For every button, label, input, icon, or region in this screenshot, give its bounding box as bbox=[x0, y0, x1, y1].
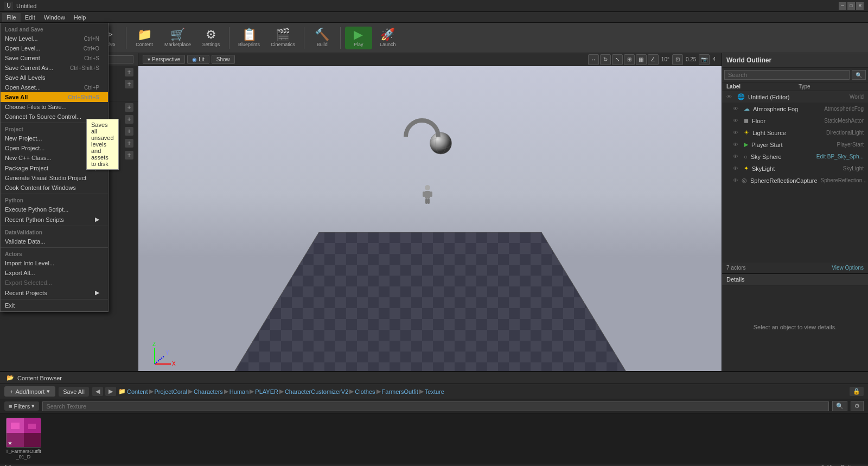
menu-export-all[interactable]: Export All... bbox=[1, 268, 108, 278]
bc-clothes[interactable]: Clothes bbox=[355, 388, 375, 395]
folder-icon: 📂 bbox=[7, 374, 14, 381]
toolbar-play[interactable]: ▶ Play bbox=[345, 27, 372, 49]
toolbar-blueprints[interactable]: 📋 Blueprints bbox=[234, 27, 264, 49]
menu-save-current[interactable]: Save Current Ctrl+S bbox=[1, 53, 108, 63]
viewport-toolbar: ▾ Perspective ◉ Lit Show ↔ ↻ ⤡ ⊞ ▦ ∠ bbox=[138, 53, 722, 66]
menu-exit[interactable]: Exit bbox=[1, 301, 108, 310]
section-actors: Actors bbox=[1, 249, 108, 258]
minimize-button[interactable]: ─ bbox=[839, 2, 846, 10]
outliner-row-floor[interactable]: 👁 ◼ Floor StaticMeshActor bbox=[722, 115, 868, 127]
outliner-row-atmospheric-fog[interactable]: 👁 ☁ Atmospheric Fog AtmosphericFog bbox=[722, 103, 868, 115]
window-controls[interactable]: ─ □ ✕ bbox=[839, 2, 864, 10]
add-light-btn[interactable]: + bbox=[125, 103, 133, 112]
content-browser-add-import[interactable]: + Add/Import ▾ bbox=[4, 386, 55, 397]
outliner-row-light-source[interactable]: 👁 ☀ Light Source DirectionalLight bbox=[722, 127, 868, 139]
show-dropdown[interactable]: Show bbox=[212, 55, 235, 64]
vp-snap-btn[interactable]: ⊞ bbox=[624, 54, 635, 65]
view-options-link[interactable]: View Options bbox=[832, 265, 864, 271]
menu-recent-python[interactable]: Recent Python Scripts ▶ bbox=[1, 214, 108, 225]
outliner-type-sky: Edit BP_Sky_Sph... bbox=[816, 154, 864, 159]
add-geometry-btn[interactable]: + bbox=[125, 127, 133, 136]
outliner-row-sphere-reflection[interactable]: 👁 ◎ SphereReflectionCapture SphereReflec… bbox=[722, 175, 868, 187]
menu-help[interactable]: Help bbox=[69, 13, 91, 22]
add-box-trigger-btn[interactable]: + bbox=[125, 151, 133, 159]
bc-content[interactable]: Content bbox=[127, 388, 148, 395]
menu-bar: File Edit Window Help Load and Save New … bbox=[0, 12, 868, 23]
menu-validate-data[interactable]: Validate Data... bbox=[1, 237, 108, 246]
menu-gen-vs-project[interactable]: Generate Visual Studio Project bbox=[1, 173, 108, 183]
bc-farmersoutfit[interactable]: FarmersOutfit bbox=[382, 388, 418, 395]
toolbar-launch[interactable]: 🚀 Launch bbox=[374, 27, 401, 49]
cb-search-button[interactable]: 🔍 bbox=[832, 401, 847, 411]
menu-open-level[interactable]: Open Level... Ctrl+O bbox=[1, 43, 108, 53]
outliner-type-fog: AtmosphericFog bbox=[824, 106, 864, 112]
svg-marker-4 bbox=[227, 232, 634, 371]
menu-recent-projects[interactable]: Recent Projects ▶ bbox=[1, 288, 108, 298]
menu-choose-files[interactable]: Choose Files to Save... bbox=[1, 102, 108, 112]
outliner-row-untitled[interactable]: 👁 🌐 Untitled (Editor) World bbox=[722, 91, 868, 103]
add-player-start-btn[interactable]: + bbox=[125, 115, 133, 124]
outliner-search-btn[interactable]: 🔍 bbox=[852, 70, 866, 80]
toolbar-settings[interactable]: ⚙ Settings bbox=[197, 27, 225, 49]
blueprints-icon: 📋 bbox=[242, 29, 257, 41]
cb-back-button[interactable]: ◀ bbox=[92, 387, 103, 396]
vp-rotate-btn[interactable]: ↻ bbox=[600, 54, 611, 65]
vp-angle-snap-btn[interactable]: ∠ bbox=[648, 54, 659, 65]
svg-rect-14 bbox=[427, 199, 430, 204]
menu-import-level[interactable]: Import Into Level... bbox=[1, 258, 108, 268]
lit-dropdown[interactable]: ◉ Lit bbox=[187, 55, 209, 64]
menu-file[interactable]: File bbox=[2, 13, 21, 22]
bc-charcustomizer[interactable]: CharacterCustomizerV2 bbox=[285, 388, 348, 395]
app-icon: U bbox=[4, 2, 13, 10]
separator-5 bbox=[1, 299, 108, 299]
bc-human[interactable]: Human bbox=[229, 388, 248, 395]
toolbar-content[interactable]: 📁 Content bbox=[131, 27, 158, 49]
close-button[interactable]: ✕ bbox=[856, 2, 864, 10]
perspective-dropdown[interactable]: ▾ Perspective bbox=[143, 55, 185, 64]
bc-texture[interactable]: Texture bbox=[425, 388, 444, 395]
vp-scale-snap-btn[interactable]: ⊡ bbox=[672, 54, 683, 65]
menu-export-selected[interactable]: Export Selected... bbox=[1, 278, 108, 288]
asset-item-t-farmersoutfit[interactable]: ★ T_FarmersOutfit_01_D bbox=[4, 418, 42, 459]
outliner-eye-light: 👁 bbox=[733, 130, 741, 136]
vp-camera-speed-btn[interactable]: 📷 bbox=[699, 54, 710, 65]
bc-projectcoral[interactable]: ProjectCoral bbox=[155, 388, 188, 395]
section-datavalidation: DataValidation bbox=[1, 227, 108, 237]
vp-scale-btn[interactable]: ⤡ bbox=[612, 54, 623, 65]
menu-execute-python[interactable]: Execute Python Script... bbox=[1, 205, 108, 214]
vp-grid-snap-btn[interactable]: ▦ bbox=[636, 54, 647, 65]
details-content: Select an object to view details. bbox=[722, 285, 868, 368]
content-browser-search-input[interactable] bbox=[42, 401, 829, 411]
toolbar-marketplace[interactable]: 🛒 Marketplace bbox=[160, 27, 195, 49]
maximize-button[interactable]: □ bbox=[847, 2, 855, 10]
toolbar-build[interactable]: 🔨 Build bbox=[309, 27, 336, 49]
menu-save-all[interactable]: Save All Ctrl+Shift+S bbox=[1, 92, 108, 102]
menu-window[interactable]: Window bbox=[40, 13, 69, 22]
outliner-row-skylight[interactable]: 👁 ✦ SkyLight SkyLight bbox=[722, 163, 868, 175]
outliner-list: 👁 🌐 Untitled (Editor) World 👁 ☁ Atmosphe… bbox=[722, 91, 868, 263]
bc-player[interactable]: PLAYER bbox=[255, 388, 278, 395]
separator-2 bbox=[1, 194, 108, 194]
menu-edit[interactable]: Edit bbox=[21, 13, 40, 22]
outliner-row-sky-sphere[interactable]: 👁 ○ Sky Sphere Edit BP_Sky_Sph... bbox=[722, 151, 868, 163]
add-character-btn[interactable]: + bbox=[125, 80, 133, 88]
outliner-row-player-start[interactable]: 👁 ▶ Player Start PlayerStart bbox=[722, 139, 868, 151]
menu-open-asset[interactable]: Open Asset... Ctrl+P bbox=[1, 82, 108, 92]
cb-forward-button[interactable]: ▶ bbox=[105, 387, 116, 396]
content-browser-save-all[interactable]: Save All bbox=[59, 387, 89, 397]
vp-translate-btn[interactable]: ↔ bbox=[588, 54, 599, 65]
menu-cook-content[interactable]: Cook Content for Windows bbox=[1, 183, 108, 193]
cb-filters-button[interactable]: ≡ Filters ▾ bbox=[4, 401, 39, 411]
toolbar-cinematics[interactable]: 🎬 Cinematics bbox=[266, 27, 299, 49]
cb-lock-button[interactable]: 🔒 bbox=[850, 387, 864, 396]
cinematics-icon: 🎬 bbox=[276, 29, 290, 41]
add-actor-btn[interactable]: + bbox=[125, 68, 133, 76]
viewport[interactable]: ▾ Perspective ◉ Lit Show ↔ ↻ ⤡ ⊞ ▦ ∠ bbox=[138, 53, 722, 371]
menu-new-level[interactable]: New Level... Ctrl+N bbox=[1, 34, 108, 43]
bc-characters[interactable]: Characters bbox=[194, 388, 223, 395]
menu-save-current-as[interactable]: Save Current As... Ctrl+Shift+S bbox=[1, 63, 108, 73]
cb-options-button[interactable]: ⚙ bbox=[851, 401, 864, 411]
add-trigger-btn[interactable]: + bbox=[125, 139, 133, 148]
outliner-search-input[interactable] bbox=[724, 70, 850, 80]
menu-save-all-levels[interactable]: Save All Levels bbox=[1, 73, 108, 82]
